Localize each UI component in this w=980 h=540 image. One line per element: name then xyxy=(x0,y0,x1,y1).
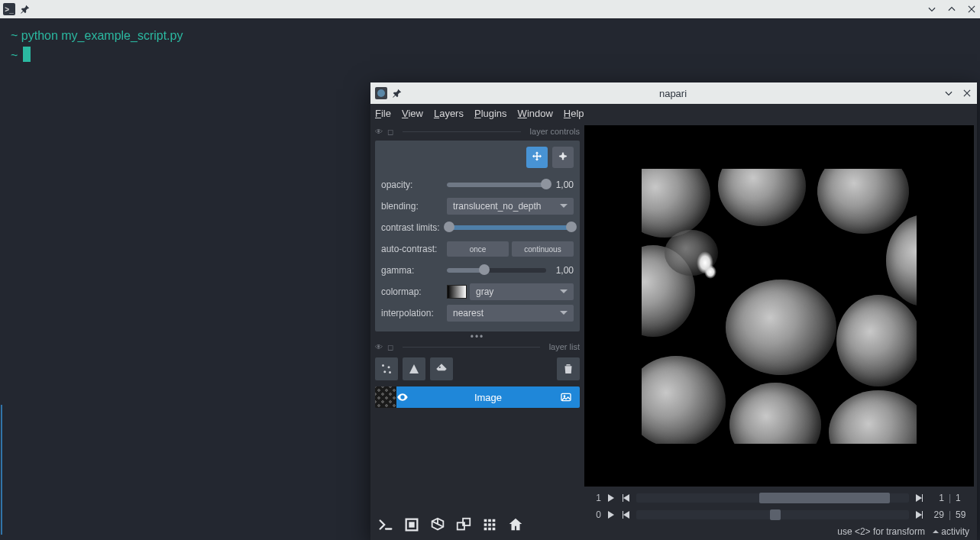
pin-icon[interactable] xyxy=(20,4,31,15)
layer-thumbnail xyxy=(375,386,396,408)
close-icon[interactable] xyxy=(966,4,977,15)
transpose-button[interactable] xyxy=(453,514,474,535)
dim-row-1: 1 1 | 1 xyxy=(590,490,971,506)
delete-layer-button[interactable] xyxy=(557,357,580,380)
napari-app-icon xyxy=(375,87,387,99)
napari-titlebar[interactable]: napari xyxy=(370,82,977,104)
menu-view[interactable]: View xyxy=(402,108,423,119)
autocontrast-once-button[interactable]: once xyxy=(447,241,509,257)
blending-label: blending: xyxy=(381,201,447,212)
layer-type-icon xyxy=(560,391,580,403)
menu-help[interactable]: Help xyxy=(564,108,584,119)
layer-row[interactable]: Image xyxy=(375,386,580,408)
grid-button[interactable] xyxy=(479,514,500,535)
svg-point-1 xyxy=(377,89,385,97)
dim-play-button[interactable] xyxy=(606,493,616,503)
dim-current: 1 xyxy=(929,493,944,503)
prompt-symbol: ~ xyxy=(11,49,18,62)
dim-max: 1 xyxy=(956,493,971,503)
window-title: napari xyxy=(403,88,943,99)
autocontrast-label: auto-contrast: xyxy=(381,244,447,254)
new-points-button[interactable] xyxy=(375,357,398,380)
contrast-slider[interactable] xyxy=(447,225,574,230)
eye-icon[interactable]: 👁 xyxy=(375,343,383,351)
svg-point-6 xyxy=(439,367,441,368)
layer-controls-header: 👁◻ layer controls xyxy=(375,125,580,137)
section-title: layer controls xyxy=(530,127,580,136)
dims-sliders: 1 1 | 1 0 29 | 59 xyxy=(584,487,977,523)
layer-list-header: 👁◻ layer list xyxy=(375,341,580,353)
colormap-label: colormap: xyxy=(381,286,447,297)
new-shapes-button[interactable] xyxy=(403,357,425,380)
terminal-command: python my_example_script.py xyxy=(21,29,183,42)
status-bar: use <2> for transform activity xyxy=(584,523,977,540)
gamma-value: 1,00 xyxy=(551,265,574,276)
contrast-label: contrast limits: xyxy=(381,222,447,233)
layer-name: Image xyxy=(416,392,560,403)
transform-button[interactable] xyxy=(552,147,574,168)
dim-prev-button[interactable] xyxy=(621,509,632,520)
pan-zoom-button[interactable] xyxy=(526,147,548,168)
opacity-slider[interactable] xyxy=(447,183,546,187)
status-hint: use <2> for transform xyxy=(837,526,925,537)
terminal-titlebar[interactable]: >_ xyxy=(0,0,980,18)
dim-slider[interactable] xyxy=(636,510,909,519)
eye-icon[interactable]: 👁 xyxy=(375,128,383,136)
activity-toggle[interactable]: activity xyxy=(933,526,969,537)
minimize-icon[interactable] xyxy=(927,4,937,15)
dim-slider[interactable] xyxy=(636,493,909,503)
dim-axis-label: 0 xyxy=(590,509,601,520)
layer-controls-panel: opacity: 1,00 blending: translucent_no_d… xyxy=(375,141,580,331)
layer-item-image[interactable]: Image xyxy=(396,386,580,408)
svg-point-2 xyxy=(382,364,384,367)
minimize-icon[interactable] xyxy=(943,88,954,99)
gamma-slider[interactable] xyxy=(447,268,546,273)
dim-current: 29 xyxy=(929,509,944,520)
interpolation-dropdown[interactable]: nearest xyxy=(447,305,574,322)
dim-max: 59 xyxy=(956,509,971,520)
blending-dropdown[interactable]: translucent_no_depth xyxy=(447,198,574,215)
dim-next-button[interactable] xyxy=(914,509,924,520)
detach-icon[interactable]: ◻ xyxy=(387,128,393,136)
canvas[interactable] xyxy=(584,125,974,487)
left-panel: 👁◻ layer controls opacity: xyxy=(370,122,584,540)
menu-file[interactable]: File xyxy=(375,108,391,119)
visibility-toggle[interactable] xyxy=(396,391,416,403)
right-panel: 1 1 | 1 0 29 | 59 xyxy=(584,122,977,540)
opacity-label: opacity: xyxy=(381,179,447,190)
menu-layers[interactable]: Layers xyxy=(434,108,464,119)
dim-prev-button[interactable] xyxy=(621,493,632,503)
colormap-dropdown[interactable]: gray xyxy=(470,283,574,300)
menu-plugins[interactable]: Plugins xyxy=(474,108,507,119)
menu-window[interactable]: Window xyxy=(518,108,553,119)
svg-point-4 xyxy=(383,370,386,373)
console-button[interactable] xyxy=(375,514,396,535)
dim-play-button[interactable] xyxy=(606,509,616,520)
new-labels-button[interactable] xyxy=(430,357,453,380)
section-title: layer list xyxy=(549,342,580,351)
interpolation-label: interpolation: xyxy=(381,308,447,319)
autocontrast-continuous-button[interactable]: continuous xyxy=(512,241,574,257)
home-button[interactable] xyxy=(505,514,526,535)
splitter-handle-h[interactable]: ••• xyxy=(375,331,580,341)
image-display xyxy=(642,169,917,444)
terminal-active-indicator xyxy=(1,405,2,535)
close-icon[interactable] xyxy=(962,88,972,99)
chevron-up-icon xyxy=(933,527,939,533)
maximize-icon[interactable] xyxy=(946,4,957,15)
opacity-value: 1,00 xyxy=(551,179,574,190)
napari-window: napari File View Layers Plugins Window H… xyxy=(370,82,977,540)
roll-dims-button[interactable] xyxy=(427,514,448,535)
prompt-symbol: ~ xyxy=(11,29,18,42)
svg-rect-10 xyxy=(409,522,414,527)
svg-point-8 xyxy=(564,395,566,397)
menubar: File View Layers Plugins Window Help xyxy=(370,104,977,122)
ndisplay-button[interactable] xyxy=(401,514,422,535)
viewer-buttons xyxy=(375,509,580,535)
detach-icon[interactable]: ◻ xyxy=(387,343,393,351)
dim-axis-label: 1 xyxy=(590,493,601,503)
svg-point-3 xyxy=(388,366,390,368)
terminal-app-icon: >_ xyxy=(3,3,15,15)
dim-next-button[interactable] xyxy=(914,493,924,503)
pin-icon[interactable] xyxy=(392,88,403,99)
